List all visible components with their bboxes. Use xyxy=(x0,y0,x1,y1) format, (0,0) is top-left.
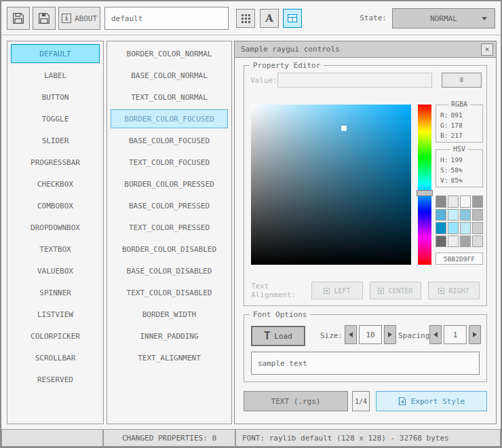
floppy-save-icon xyxy=(38,12,50,24)
spacing-decrease-button[interactable] xyxy=(429,325,442,344)
color-saturation-value-picker[interactable] xyxy=(251,105,411,265)
controls-list-item-label[interactable]: LABEL xyxy=(11,66,100,85)
palette-swatch[interactable] xyxy=(472,195,483,208)
arrow-left-icon xyxy=(433,332,438,337)
palette-swatch[interactable] xyxy=(448,236,459,248)
palette-swatch[interactable] xyxy=(472,236,483,248)
about-button[interactable]: i ABOUT xyxy=(58,7,100,30)
property-item[interactable]: BORDER_WIDTH xyxy=(111,305,228,324)
property-item[interactable]: INNER_PADDING xyxy=(111,326,228,346)
close-button[interactable]: × xyxy=(481,43,493,56)
hex-color-input[interactable]: 5BB2D9FF xyxy=(436,253,483,265)
property-item[interactable]: TEXT_COLOR_NORMAL xyxy=(111,88,228,107)
rgba-blue-label: B: xyxy=(440,130,448,141)
hue-slider-handle[interactable] xyxy=(417,190,433,196)
color-picker-cursor[interactable] xyxy=(341,126,347,131)
spacing-increase-button[interactable] xyxy=(469,325,481,344)
palette-swatch[interactable] xyxy=(460,209,471,221)
export-file-icon xyxy=(398,396,406,406)
property-item[interactable]: BASE_COLOR_FOCUSED xyxy=(111,131,228,150)
text-alignment-buttons: LEFT CENTER RIGHT xyxy=(311,282,480,299)
controls-list: DEFAULT LABEL BUTTON TOGGLE SLIDER PROGR… xyxy=(7,41,104,424)
rgba-red-row: R: 091 xyxy=(436,110,482,120)
font-options-group: Font Options T Load Size: 10 Spacing: 1 … xyxy=(244,314,487,382)
controls-list-item-textbox[interactable]: TEXTBOX xyxy=(11,240,100,259)
hsv-group-label: HSV xyxy=(450,145,468,153)
property-item-selected[interactable]: BORDER_COLOR_FOCUSED xyxy=(111,109,228,128)
controls-list-item-colorpicker[interactable]: COLORPICKER xyxy=(11,326,100,346)
spacing-value[interactable]: 1 xyxy=(444,325,467,344)
grid-view-button[interactable] xyxy=(236,9,255,28)
info-icon: i xyxy=(62,14,71,23)
property-item[interactable]: BASE_COLOR_PRESSED xyxy=(111,196,228,215)
palette-swatch[interactable] xyxy=(460,195,471,208)
export-style-button[interactable]: Export Style xyxy=(376,391,487,411)
palette-swatch[interactable] xyxy=(460,222,471,234)
size-decrease-button[interactable] xyxy=(345,325,357,344)
property-item[interactable]: BORDER_COLOR_NORMAL xyxy=(111,44,228,63)
controls-list-item-default[interactable]: DEFAULT xyxy=(11,44,100,63)
palette-swatch[interactable] xyxy=(448,195,459,208)
palette-swatch[interactable] xyxy=(472,209,483,221)
size-value[interactable]: 10 xyxy=(359,325,382,344)
palette-swatch[interactable] xyxy=(448,222,459,234)
font-load-button[interactable]: T Load xyxy=(251,326,305,346)
arrow-right-icon xyxy=(388,332,392,337)
controls-list-item-checkbox[interactable]: CHECKBOX xyxy=(11,174,100,193)
controls-list-item-reserved[interactable]: RESERVED xyxy=(11,370,100,389)
rgba-red-value: 091 xyxy=(450,110,462,120)
sample-text-input[interactable]: sample text xyxy=(251,352,480,375)
align-center-button: CENTER xyxy=(370,282,421,299)
palette-swatch[interactable] xyxy=(460,236,471,248)
state-dropdown-value: NORMAL xyxy=(430,14,457,23)
hue-slider[interactable] xyxy=(418,105,431,265)
property-item[interactable]: TEXT_ALIGNMENT xyxy=(111,348,228,367)
about-button-label: ABOUT xyxy=(75,14,97,23)
palette-swatch[interactable] xyxy=(436,195,446,208)
controls-list-item-listview[interactable]: LISTVIEW xyxy=(11,305,100,324)
statusbar: CHANGED PROPERTIES: 0 FONT: raylib defau… xyxy=(1,429,501,447)
font-load-label: Load xyxy=(274,332,292,341)
palette-swatch[interactable] xyxy=(436,222,446,234)
value-button[interactable]: 0 xyxy=(442,73,482,88)
save-style-button[interactable] xyxy=(33,7,56,30)
rgba-blue-value: 217 xyxy=(450,130,462,141)
spacing-spinner: 1 xyxy=(429,325,481,344)
controls-list-item-spinner[interactable]: SPINNER xyxy=(11,283,100,302)
style-table-button[interactable] xyxy=(283,9,302,28)
style-name-input[interactable] xyxy=(104,7,229,30)
controls-list-item-dropdownbox[interactable]: DROPDOWNBOX xyxy=(11,218,100,237)
hsv-saturation-label: S: xyxy=(440,165,448,175)
palette-swatch[interactable] xyxy=(448,209,459,221)
font-preview-button[interactable]: A xyxy=(260,9,279,28)
size-increase-button[interactable] xyxy=(384,325,396,344)
window-titlebar[interactable]: Sample raygui controls × xyxy=(235,41,496,58)
font-icon: T xyxy=(264,330,270,342)
property-item[interactable]: TEXT_COLOR_DISABLED xyxy=(111,283,228,302)
property-item[interactable]: BASE_COLOR_DISABLED xyxy=(111,261,228,280)
window-title: Sample raygui controls xyxy=(241,45,340,54)
controls-list-item-valuebox[interactable]: VALUEBOX xyxy=(11,261,100,280)
controls-list-item-toggle[interactable]: TOGGLE xyxy=(11,109,100,128)
load-style-button[interactable] xyxy=(7,7,30,30)
export-format-button[interactable]: TEXT (.rgs) xyxy=(244,391,348,411)
palette-swatch[interactable] xyxy=(436,209,446,221)
hsv-hue-label: H: xyxy=(440,155,448,165)
property-item[interactable]: TEXT_COLOR_FOCUSED xyxy=(111,153,228,172)
property-item[interactable]: BASE_COLOR_NORMAL xyxy=(111,66,228,85)
palette-swatch[interactable] xyxy=(472,222,483,234)
controls-list-item-slider[interactable]: SLIDER xyxy=(11,131,100,150)
format-page-indicator[interactable]: 1/4 xyxy=(352,391,370,411)
controls-list-item-scrollbar[interactable]: SCROLLBAR xyxy=(11,348,100,367)
property-item[interactable]: BORDER_COLOR_PRESSED xyxy=(111,174,228,193)
state-dropdown[interactable]: NORMAL xyxy=(392,8,495,29)
align-center-label: CENTER xyxy=(388,287,412,295)
controls-list-item-combobox[interactable]: COMBOBOX xyxy=(11,196,100,215)
controls-list-item-progressbar[interactable]: PROGRESSBAR xyxy=(11,153,100,172)
rgba-group-label: RGBA xyxy=(448,100,470,108)
controls-list-item-button[interactable]: BUTTON xyxy=(11,88,100,107)
rgba-green-row: G: 178 xyxy=(436,120,482,130)
property-item[interactable]: BORDER_COLOR_DISABLED xyxy=(111,240,228,259)
palette-swatch[interactable] xyxy=(436,236,446,248)
property-item[interactable]: TEXT_COLOR_PRESSED xyxy=(111,218,228,237)
